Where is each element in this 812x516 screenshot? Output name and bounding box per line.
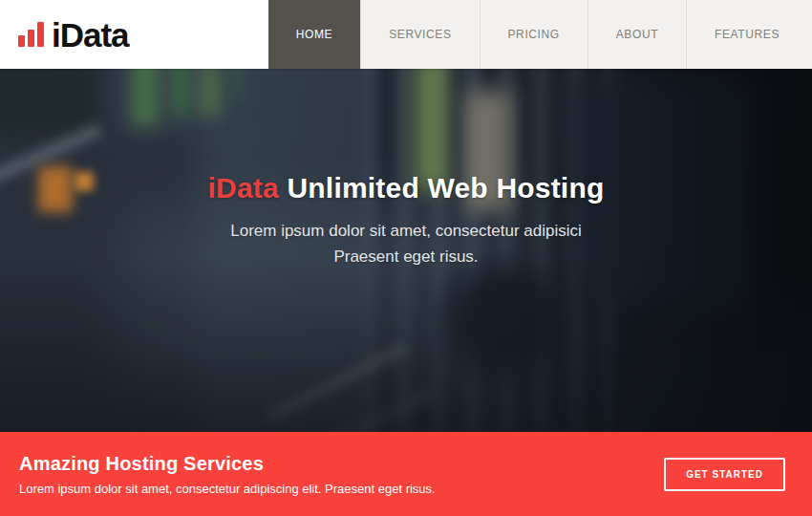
cta-bar: Amazing Hosting Services Lorem ipsum dol… [0,432,812,516]
hero-title-accent: iData [208,172,279,204]
nav-item-services[interactable]: SERVICES [360,0,479,69]
nav-item-pricing[interactable]: PRICING [480,0,588,69]
nav-item-features[interactable]: FEATURES [686,0,812,69]
nav-item-about[interactable]: ABOUT [588,0,686,69]
cta-subtext: Lorem ipsum dolor sit amet, consectetur … [19,482,664,496]
logo[interactable]: iData [0,0,129,69]
page: iData HOME SERVICES PRICING ABOUT FEATUR… [0,0,812,516]
cta-text: Amazing Hosting Services Lorem ipsum dol… [19,453,664,496]
nav-item-home[interactable]: HOME [268,0,360,69]
cta-heading: Amazing Hosting Services [19,453,664,475]
hero-title-rest: Unlimited Web Hosting [279,172,605,204]
hero-section: iData Unlimited Web Hosting Lorem ipsum … [0,69,812,432]
logo-text: iData [52,18,129,52]
bar-chart-icon [18,22,44,47]
hero-title: iData Unlimited Web Hosting [0,172,812,204]
hero-subtitle-line1: Lorem ipsum dolor sit amet, consectetur … [230,222,582,240]
get-started-button[interactable]: GET STARTED [664,458,785,491]
site-header: iData HOME SERVICES PRICING ABOUT FEATUR… [0,0,812,69]
hero-subtitle-line2: Praesent eget risus. [333,247,478,266]
hero-content: iData Unlimited Web Hosting Lorem ipsum … [0,172,812,269]
main-nav: HOME SERVICES PRICING ABOUT FEATURES [268,0,812,69]
hero-subtitle: Lorem ipsum dolor sit amet, consectetur … [0,218,812,269]
